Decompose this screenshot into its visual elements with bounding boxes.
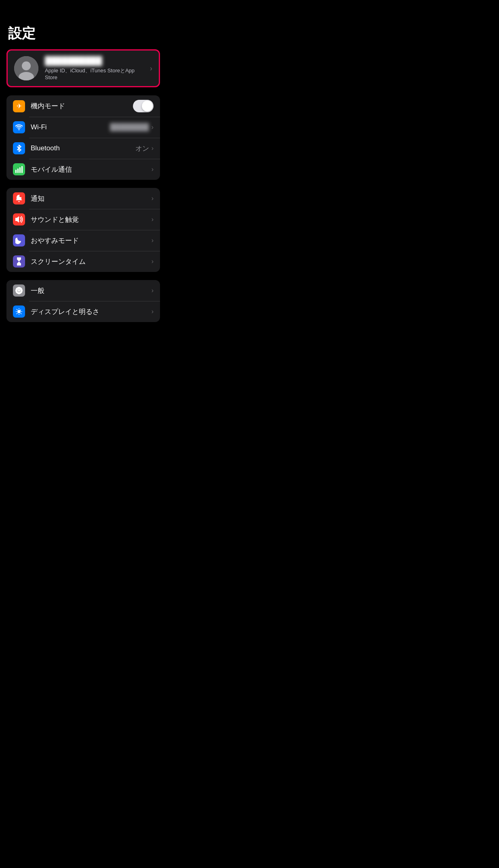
wifi-icon-box [13,121,25,133]
notifications-label: 通知 [31,194,152,203]
settings-row-airplane[interactable]: ✈ 機内モード [6,95,160,117]
bluetooth-value: オン [135,144,149,153]
svg-point-7 [19,195,22,197]
dnd-label: おやすみモード [31,236,152,245]
profile-info: ██████████ Apple ID、iCloud、iTunes Storeと… [45,56,147,80]
airplane-icon-box: ✈ [13,100,25,112]
display-label: ディスプレイと明るさ [31,307,152,316]
settings-row-notifications[interactable]: 通知 › [6,188,160,209]
general-chevron: › [152,287,154,294]
settings-group-notifications: 通知 › サウンドと触覚 › おやすみモード › スクリー [6,188,160,272]
profile-subtitle: Apple ID、iCloud、iTunes StoreとApp Store [45,67,147,80]
sounds-label: サウンドと触覚 [31,215,152,224]
notifications-icon-box [13,192,25,204]
sounds-icon [15,216,23,223]
airplane-label: 機内モード [31,101,133,111]
page-title: 設定 [0,0,166,49]
sounds-icon-box [13,213,25,225]
svg-marker-8 [15,216,19,223]
airplane-toggle-knob [142,101,153,112]
wifi-label: Wi-Fi [31,123,110,131]
wifi-chevron: › [152,124,154,131]
svg-point-1 [22,61,31,70]
screentime-chevron: › [152,258,154,265]
screentime-icon-box [13,255,25,268]
general-label: 一般 [31,286,152,295]
dnd-icon-box [13,234,25,246]
mobile-chevron: › [152,166,154,173]
moon-icon [15,237,23,244]
display-icon-box [13,305,25,318]
mobile-label: モバイル通信 [31,165,152,174]
notifications-icon [16,195,22,202]
display-icon [16,308,22,315]
settings-row-screentime[interactable]: スクリーンタイム › [6,251,160,272]
general-icon-box [13,284,25,297]
airplane-icon: ✈ [17,103,22,110]
settings-row-dnd[interactable]: おやすみモード › [6,230,160,251]
profile-chevron: › [150,64,152,73]
settings-row-bluetooth[interactable]: Bluetooth オン › [6,138,160,159]
airplane-toggle[interactable] [133,100,154,112]
settings-group-general: 一般 › ディスプレイと明るさ › [6,280,160,322]
wifi-icon [15,124,23,130]
settings-row-wifi[interactable]: Wi-Fi ████████ › [6,117,160,138]
settings-row-general[interactable]: 一般 › [6,280,160,301]
profile-section[interactable]: ██████████ Apple ID、iCloud、iTunes Storeと… [6,49,160,87]
bluetooth-icon-box [13,142,25,154]
sounds-chevron: › [152,216,154,223]
mobile-signal-icon [15,166,23,173]
dnd-chevron: › [152,237,154,244]
settings-group-connectivity: ✈ 機内モード Wi-Fi ████████ › Bluetooth オン › [6,95,160,180]
profile-row[interactable]: ██████████ Apple ID、iCloud、iTunes Storeと… [8,51,159,86]
notifications-chevron: › [152,195,154,202]
gear-icon [15,287,23,294]
mobile-icon-box [13,163,25,175]
wifi-value: ████████ [110,123,149,131]
settings-row-display[interactable]: ディスプレイと明るさ › [6,301,160,322]
hourglass-icon [16,257,22,265]
bluetooth-icon [16,145,22,152]
profile-name: ██████████ [45,56,147,65]
svg-rect-5 [19,167,21,173]
avatar [14,56,38,80]
bluetooth-chevron: › [152,145,154,152]
settings-row-sounds[interactable]: サウンドと触覚 › [6,209,160,230]
svg-rect-4 [17,169,19,173]
svg-rect-3 [15,170,17,173]
settings-row-mobile[interactable]: モバイル通信 › [6,159,160,180]
display-chevron: › [152,308,154,315]
svg-rect-6 [21,166,23,173]
screentime-label: スクリーンタイム [31,257,152,266]
svg-point-10 [18,290,20,292]
bluetooth-label: Bluetooth [31,144,135,152]
